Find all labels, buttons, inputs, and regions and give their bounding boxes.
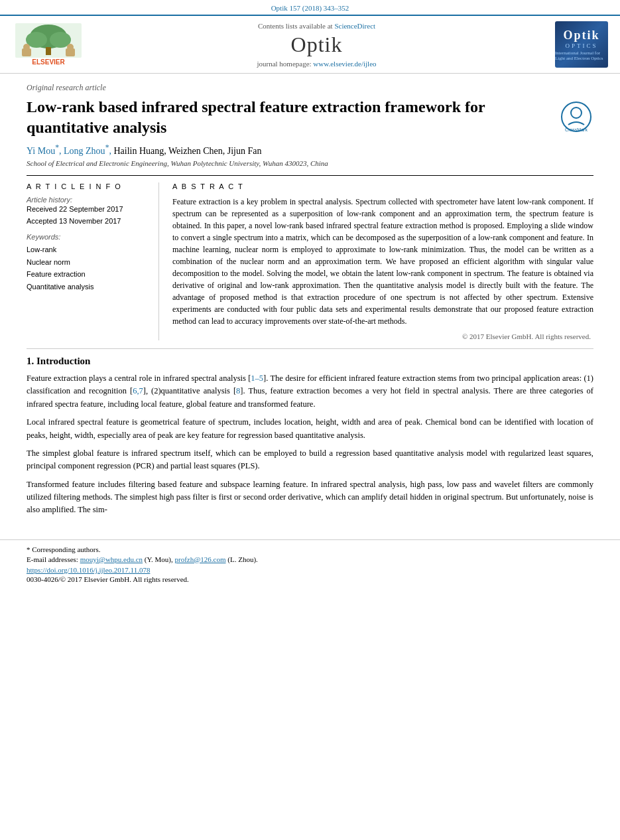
article-type: Original research article [27, 83, 593, 93]
abstract-column: A B S T R A C T Feature extraction is a … [172, 182, 593, 340]
journal-header: ELSEVIER Contents lists available at Sci… [0, 15, 620, 74]
history-label: Article history: [27, 196, 148, 204]
svg-point-6 [23, 44, 30, 50]
author-long-zhou: Long Zhou [64, 146, 105, 156]
journal-header-center: Contents lists available at ScienceDirec… [92, 22, 542, 68]
homepage-link[interactable]: www.elsevier.de/ijleo [313, 60, 376, 68]
optik-logo-tagline: International Journal for Light and Elec… [555, 50, 608, 61]
authors-text: Yi Mou*, Long Zhou*, Hailin Huang, Weizh… [27, 146, 261, 156]
optik-logo-subtitle: OPTICS [565, 42, 597, 49]
email-note: E-mail addresses: mouyi@whpu.edu.cn (Y. … [27, 555, 593, 563]
abstract-text: Feature extraction is a key problem in s… [172, 196, 593, 327]
email-link-2[interactable]: profzh@126.com [175, 555, 226, 563]
abstract-header: A B S T R A C T [172, 182, 593, 190]
copyright-line: © 2017 Elsevier GmbH. All rights reserve… [172, 332, 593, 340]
intro-paragraph-2: Local infrared spectral feature is geome… [27, 416, 593, 442]
optik-logo-box: Optik OPTICS International Journal for L… [555, 21, 608, 68]
article-info-column: A R T I C L E I N F O Article history: R… [27, 182, 159, 340]
keyword-3: Feature extraction [27, 268, 148, 281]
accepted-date: Accepted 13 November 2017 [27, 217, 148, 225]
affiliation: School of Electrical and Electronic Engi… [27, 159, 593, 167]
ref-8[interactable]: 8 [236, 386, 240, 395]
issn-footer: 0030-4026/© 2017 Elsevier GmbH. All righ… [27, 575, 593, 583]
article-info-header: A R T I C L E I N F O [27, 182, 148, 190]
doi-text: Optik 157 (2018) 343–352 [271, 4, 349, 12]
main-content: Original research article Low-rank based… [0, 74, 620, 529]
doi-footer: https://doi.org/10.1016/j.ijleo.2017.11.… [27, 566, 593, 574]
optik-logo-title: Optik [563, 29, 599, 42]
keyword-1: Low-rank [27, 244, 148, 256]
doi-link[interactable]: https://doi.org/10.1016/j.ijleo.2017.11.… [27, 566, 150, 574]
article-title: Low-rank based infrared spectral feature… [27, 97, 554, 138]
intro-paragraph-4: Transformed feature includes filtering b… [27, 478, 593, 517]
svg-rect-2 [46, 47, 51, 55]
journal-homepage: journal homepage: www.elsevier.de/ijleo [92, 60, 542, 68]
optik-logo-area: Optik OPTICS International Journal for L… [548, 21, 608, 68]
intro-paragraph-3: The simplest global feature is infrared … [27, 447, 593, 473]
elsevier-logo-svg: ELSEVIER [15, 23, 82, 66]
svg-text:CrossMark: CrossMark [565, 127, 588, 132]
author-yi-mou: Yi Mou [27, 146, 55, 156]
doi-bar: Optik 157 (2018) 343–352 [0, 0, 620, 15]
intro-paragraph-1: Feature extraction plays a central role … [27, 372, 593, 411]
footer-area: * Corresponding authors. E-mail addresse… [0, 539, 620, 583]
sciencedirect-link[interactable]: ScienceDirect [334, 22, 375, 30]
title-section: Low-rank based infrared spectral feature… [27, 97, 593, 138]
elsevier-logo-area: ELSEVIER [12, 23, 85, 66]
sciencedirect-line: Contents lists available at ScienceDirec… [92, 22, 542, 30]
svg-point-8 [67, 44, 74, 50]
corresponding-note: * Corresponding authors. [27, 545, 593, 553]
svg-point-11 [571, 107, 582, 118]
page: Optik 157 (2018) 343–352 ELSEVIER [0, 0, 620, 840]
svg-text:ELSEVIER: ELSEVIER [32, 58, 65, 66]
two-column-section: A R T I C L E I N F O Article history: R… [27, 175, 593, 340]
ref-6-7[interactable]: 6,7 [133, 386, 143, 395]
keyword-4: Quantitative analysis [27, 281, 148, 293]
section-divider [27, 348, 593, 349]
author-hailin: Hailin Huang, Weizhen Chen, Jijun Fan [113, 146, 261, 156]
crossmark-badge: CrossMark [560, 101, 593, 134]
keywords-list: Low-rank Nuclear norm Feature extraction… [27, 244, 148, 293]
authors: Yi Mou*, Long Zhou*, Hailin Huang, Weizh… [27, 143, 593, 157]
received-date: Received 22 September 2017 [27, 205, 148, 213]
intro-section-title: 1. Introduction [27, 356, 593, 367]
journal-name: Optik [92, 33, 542, 57]
email-link-1[interactable]: mouyi@whpu.edu.cn [80, 555, 143, 563]
keywords-label: Keywords: [27, 233, 148, 241]
keywords-section: Keywords: Low-rank Nuclear norm Feature … [27, 233, 148, 293]
keyword-2: Nuclear norm [27, 256, 148, 269]
ref-1-5[interactable]: 1–5 [251, 374, 263, 383]
